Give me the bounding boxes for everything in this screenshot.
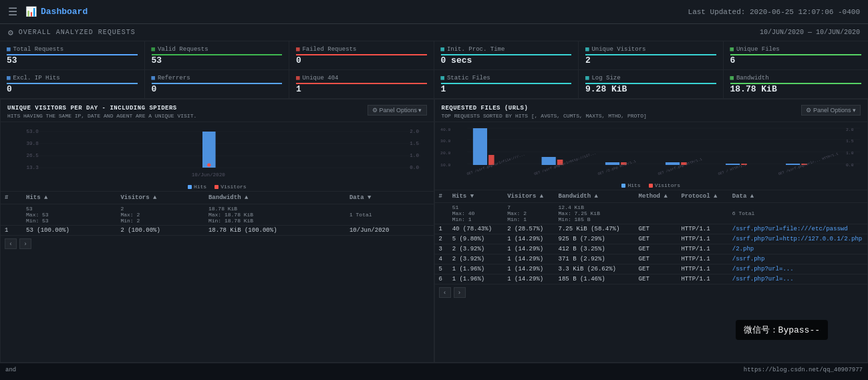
bar-chart-icon: ▦: [441, 74, 444, 81]
date-range: 10/JUN/2020 — 10/JUN/2020: [760, 29, 860, 36]
table-row: 4 2 (3.92%) 1 (14.29%) 371 B (2.92%) GET…: [435, 254, 868, 264]
right-visitors-dot: [649, 184, 653, 188]
stat-cell-init.-proc.-time: ▦ Init. Proc. Time 0 secs: [434, 41, 579, 69]
svg-rect-33: [665, 162, 679, 165]
svg-text:GET /2.php HTTP/1.1: GET /2.php HTTP/1.1: [597, 160, 636, 176]
visitors-total: 2: [120, 206, 200, 212]
svg-rect-35: [725, 164, 739, 165]
bar-chart-icon: ▦: [7, 45, 10, 53]
col-visitors[interactable]: Visitors ▲: [116, 192, 204, 204]
right-table-header: # Hits ▼ Visitors ▲ Bandwidth ▲ Method ▲…: [435, 190, 868, 203]
stat-value: 53: [152, 55, 283, 65]
stat-cell-static-files: ▦ Static Files 1: [434, 70, 579, 98]
right-bar-chart: 40.0 30.0 20.0 10.0 2.0 1.5 1.0 0.0: [435, 122, 868, 181]
stat-label: ▦ Static Files: [441, 74, 572, 81]
rcol-protocol[interactable]: Protocol ▲: [677, 190, 728, 203]
col-num[interactable]: #: [1, 192, 22, 204]
stat-label-text: Total Requests: [13, 46, 63, 53]
stat-cell-excl.-ip-hits: ▦ Excl. IP Hits 0: [0, 70, 145, 98]
svg-rect-31: [605, 162, 619, 165]
right-pagination: ‹ ›: [435, 284, 868, 301]
legend-hits: Hits: [188, 184, 206, 190]
stat-label-text: Unique Files: [736, 46, 780, 53]
rcol-num[interactable]: #: [435, 190, 448, 203]
svg-text:1.0: 1.0: [410, 153, 419, 158]
rcol-bandwidth[interactable]: Bandwidth ▲: [555, 190, 635, 203]
svg-text:10.0: 10.0: [440, 163, 451, 168]
right-chart-container: 40.0 30.0 20.0 10.0 2.0 1.5 1.0 0.0: [435, 122, 868, 190]
left-chart-legend: Hits Visitors: [1, 182, 434, 191]
col-hits[interactable]: Hits ▲: [22, 192, 116, 204]
next-page-button[interactable]: ›: [19, 238, 31, 249]
bar-chart-icon: ▦: [441, 45, 444, 53]
footer-right: https://blog.csdn.net/qq_40907977: [744, 367, 863, 373]
svg-text:1.5: 1.5: [846, 139, 854, 144]
stat-label: ▦ Unique 404: [296, 74, 427, 81]
top-bar: ☰ 📊 Dashboard Last Updated: 2020-06-25 1…: [0, 0, 868, 24]
stat-label: ▦ Init. Proc. Time: [441, 45, 572, 53]
rcol-visitors[interactable]: Visitors ▲: [503, 190, 554, 203]
prev-page-button[interactable]: ‹: [5, 238, 17, 249]
watermark: 微信号：Bypass--: [736, 320, 828, 340]
stat-cell-log-size: ▦ Log Size 9.28 KiB: [579, 70, 724, 98]
right-panel-title: REQUESTED FILES (URLS): [442, 105, 647, 112]
svg-text:20.0: 20.0: [440, 151, 451, 156]
stat-label-text: Unique 404: [302, 75, 338, 81]
stat-value: 53: [7, 55, 138, 65]
left-summary-row: 53 Max: 53 Min: 53 2 Max: 2 Min: 2 18.78…: [1, 204, 434, 226]
bar-chart-icon: ▦: [585, 45, 589, 53]
rcol-data[interactable]: Data ▲: [728, 190, 867, 203]
left-panel-header: UNIQUE VISITORS PER DAY - INCLUDING SPID…: [1, 100, 434, 122]
section-title: OVERALL ANALYZED REQUESTS: [19, 29, 136, 36]
stat-value: 18.78 KiB: [730, 84, 862, 94]
svg-text:40.0: 40.0: [440, 128, 451, 132]
col-data[interactable]: Data ▼: [345, 192, 434, 204]
last-updated: Last Updated: 2020-06-25 12:07:06 -0400: [688, 8, 860, 16]
svg-rect-29: [541, 157, 555, 165]
right-chart-svg: 40.0 30.0 20.0 10.0 2.0 1.5 1.0 0.0: [439, 125, 864, 182]
settings-icon[interactable]: ⚙: [8, 27, 13, 38]
footer-left: and: [5, 367, 16, 373]
left-chart-container: 53.0 39.8 26.5 13.3 10/Jun/2020: [1, 122, 434, 192]
table-row: 1 40 (78.43%) 2 (28.57%) 7.25 KiB (58.47…: [435, 224, 868, 234]
right-panel-subtitle: TOP REQUESTS SORTED BY HITS [, AVGTS, CU…: [442, 113, 647, 119]
watermark-text: 微信号：Bypass--: [744, 325, 820, 335]
stat-value: 1: [441, 84, 572, 94]
rcol-method[interactable]: Method ▲: [635, 190, 678, 203]
table-row: 2 5 (9.80%) 1 (14.29%) 925 B (7.29%) GET…: [435, 234, 868, 244]
stat-value: 0: [296, 55, 427, 65]
bar-chart-icon: ▦: [296, 45, 299, 53]
stat-label-text: Log Size: [591, 75, 620, 81]
stat-value: 0 secs: [441, 55, 572, 65]
bar-chart-icon: ▦: [7, 74, 10, 81]
visitors-legend-dot: [214, 185, 219, 189]
left-panel-options-button[interactable]: ⚙ Panel Options ▾: [368, 105, 427, 116]
stats-row-2: ▦ Excl. IP Hits 0 ▦ Referrers 0 ▦ Unique…: [0, 70, 868, 99]
bar-chart-icon: ▦: [152, 74, 155, 81]
second-bar: ⚙ OVERALL ANALYZED REQUESTS 10/JUN/2020 …: [0, 24, 868, 41]
stat-cell-unique-files: ▦ Unique Files 6: [724, 41, 869, 69]
stat-cell-total-requests: ▦ Total Requests 53: [0, 41, 145, 69]
bar-chart-icon: ▦: [585, 74, 589, 81]
right-next-page-button[interactable]: ›: [454, 287, 466, 298]
left-table-row: 1 53 (100.00%) 2 (100.00%) 18.78 KiB (10…: [1, 226, 434, 236]
stat-label-text: Valid Requests: [158, 46, 208, 53]
svg-text:10/Jun/2020: 10/Jun/2020: [192, 172, 225, 178]
bw-total: 18.78 KiB: [208, 206, 341, 212]
visitors-max: Max: 2: [120, 212, 200, 218]
stat-label-text: Init. Proc. Time: [447, 46, 504, 53]
rcol-hits[interactable]: Hits ▼: [448, 190, 504, 203]
col-bandwidth[interactable]: Bandwidth ▲: [204, 192, 345, 204]
bar-chart-icon: ▦: [152, 45, 155, 53]
left-chart-svg: 53.0 39.8 26.5 13.3 10/Jun/2020: [6, 125, 428, 178]
stat-value: 0: [152, 84, 283, 94]
stat-cell-referrers: ▦ Referrers 0: [145, 70, 290, 98]
right-panel-options-button[interactable]: ⚙ Panel Options ▾: [801, 105, 861, 116]
svg-rect-8: [202, 132, 216, 168]
svg-text:1.0: 1.0: [846, 151, 854, 156]
stat-label: ▦ Total Requests: [7, 45, 138, 53]
stat-cell-unique-visitors: ▦ Unique Visitors 2: [579, 41, 724, 69]
right-prev-page-button[interactable]: ‹: [439, 287, 451, 298]
hamburger-icon[interactable]: ☰: [8, 5, 17, 19]
right-summary-row: 51 Max: 40 Min: 1 7 Max: 2 Min: 1 12.4 K…: [435, 203, 868, 224]
